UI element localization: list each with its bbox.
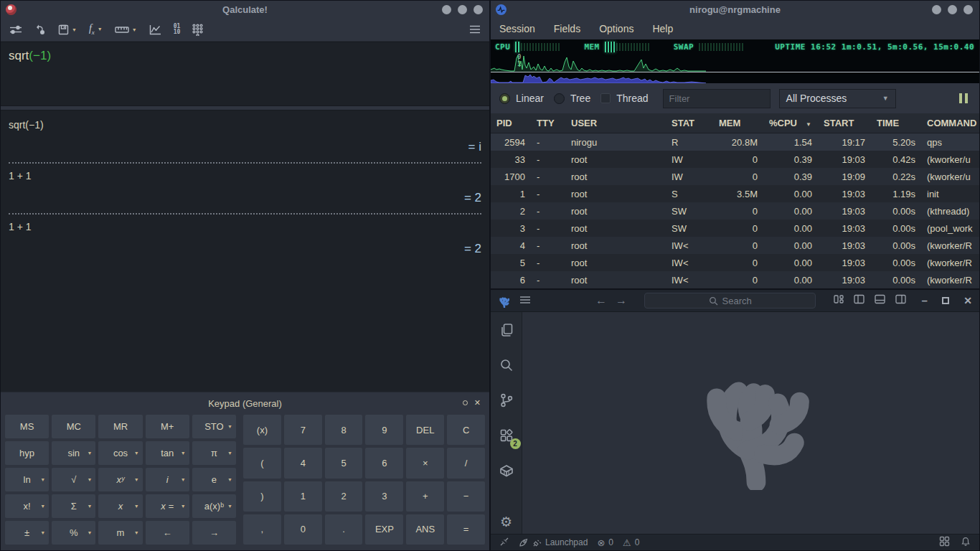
keypad-button[interactable]: (x) (243, 415, 281, 445)
panel-separator[interactable] (1, 105, 489, 110)
keypad-button[interactable]: STO▼ (192, 415, 236, 438)
keypad-button[interactable]: cos▼ (98, 441, 142, 465)
linear-radio[interactable] (499, 93, 510, 104)
keypad-button[interactable]: / (447, 448, 485, 478)
warning-count[interactable]: ⚠ 0 (623, 537, 639, 547)
filter-input[interactable] (663, 89, 771, 108)
window-control-dot[interactable] (458, 5, 467, 14)
launchpad-item[interactable]: Launchpad (519, 537, 588, 547)
keypad-button[interactable]: 4 (284, 448, 322, 478)
toggle-right-panel-icon[interactable] (895, 293, 907, 308)
keypad-button[interactable]: − (447, 481, 485, 512)
keypad-button[interactable]: MS (5, 415, 49, 438)
expression-input[interactable]: sqrt(−1) (1, 42, 489, 105)
disconnected-icon[interactable] (499, 537, 509, 549)
maximize-button[interactable] (942, 297, 950, 304)
git-branch-icon[interactable] (498, 392, 515, 409)
column-header-user[interactable]: USER (565, 118, 666, 128)
keypad-button[interactable]: → (192, 521, 236, 545)
menu-session[interactable]: Session (499, 23, 535, 34)
toggle-left-panel-icon[interactable] (853, 293, 865, 308)
keypad-button[interactable]: ← (146, 521, 189, 545)
keypad-button[interactable]: EXP (365, 514, 403, 545)
column-header-command[interactable]: COMMAND (921, 118, 979, 128)
window-control-dot[interactable] (963, 5, 973, 14)
keypad-button[interactable]: × (406, 448, 444, 478)
process-row[interactable]: 3-rootSW00.0019:030.00s(pool_work (491, 220, 979, 237)
process-row[interactable]: 4-rootIW<00.0019:030.00s(kworker/R (491, 237, 979, 254)
bell-icon[interactable] (961, 536, 971, 549)
menu-options[interactable]: Options (599, 23, 633, 34)
menu-help[interactable]: Help (652, 23, 673, 34)
keypad-button[interactable]: 9 (365, 415, 403, 445)
column-header-stat[interactable]: STAT (666, 118, 713, 128)
apps-grid-icon[interactable] (939, 536, 950, 549)
toggle-bottom-panel-icon[interactable] (874, 293, 886, 308)
files-icon[interactable] (498, 321, 515, 339)
keypad-button[interactable]: 0 (284, 514, 322, 545)
keypad-button[interactable]: m▼ (98, 521, 142, 545)
process-row[interactable]: 1-rootS3.5M0.0019:031.19sinit (491, 185, 979, 202)
keypad-button[interactable]: Σ▼ (52, 494, 95, 518)
keypad-close-icon[interactable]: ✕ (474, 399, 481, 406)
column-header-mem[interactable]: MEM (713, 118, 763, 128)
keypad-button[interactable]: M+ (146, 415, 189, 438)
forward-icon[interactable]: → (616, 295, 627, 306)
column-header-cpu[interactable]: %CPU▼ (763, 118, 818, 128)
keypad-button[interactable]: DEL (406, 415, 444, 445)
keypad-button[interactable]: MC (52, 415, 95, 438)
history-item[interactable]: sqrt(−1)= i (9, 118, 481, 160)
keypad-icon[interactable] (192, 24, 203, 36)
window-control-dot[interactable] (473, 5, 483, 14)
close-button[interactable]: ✕ (963, 295, 972, 306)
keypad-button[interactable]: C (447, 415, 485, 445)
process-row[interactable]: 2594-niroguR20.8M1.5419:175.20sqps (491, 133, 979, 151)
convert-icon[interactable] (34, 24, 46, 35)
qps-titlebar[interactable]: nirogu@nrgmachine (491, 1, 979, 18)
container-icon[interactable] (498, 462, 515, 479)
keypad-button[interactable]: = (447, 514, 485, 545)
number-bases-icon[interactable]: 0110 (174, 24, 181, 35)
app-menu-icon[interactable] (519, 294, 531, 307)
process-row[interactable]: 33-rootIW00.3919:030.42s(kworker/u (491, 151, 979, 168)
keypad-button[interactable]: a(x)ᵇ▼ (192, 494, 236, 518)
keypad-button[interactable]: sin▼ (52, 441, 95, 465)
tree-radio[interactable] (554, 93, 565, 104)
keypad-button[interactable]: ln▼ (5, 468, 49, 491)
minimize-button[interactable]: – (921, 298, 927, 303)
column-header-start[interactable]: START (818, 118, 871, 128)
thread-checkbox[interactable] (600, 93, 611, 103)
keypad-button[interactable]: x =▼ (146, 494, 189, 518)
keypad-button[interactable]: , (243, 514, 281, 545)
keypad-button[interactable]: √▼ (52, 468, 95, 491)
keypad-button[interactable]: i▼ (146, 468, 189, 491)
keypad-button[interactable]: . (325, 514, 363, 545)
menu-fields[interactable]: Fields (554, 23, 580, 34)
keypad-button[interactable]: + (406, 481, 444, 512)
keypad-button[interactable]: hyp (5, 441, 49, 465)
keypad-button[interactable]: x▼ (98, 494, 142, 518)
keypad-button[interactable]: tan▼ (146, 441, 189, 465)
keypad-button[interactable]: 6 (365, 448, 403, 478)
process-row[interactable]: 5-rootIW<00.0019:030.00s(kworker/R (491, 254, 979, 271)
window-control-dot[interactable] (442, 5, 451, 14)
process-filter-select[interactable]: All Processes ▼ (779, 89, 896, 108)
store-icon[interactable]: ▼ (58, 24, 77, 35)
error-count[interactable]: ⊗ 0 (597, 537, 613, 547)
column-header-tty[interactable]: TTY (531, 118, 565, 128)
mode-icon[interactable] (9, 24, 22, 35)
keypad-button[interactable]: 1 (284, 481, 322, 512)
keypad-button[interactable]: 5 (325, 448, 363, 478)
qalculate-titlebar[interactable]: Qalculate! (1, 1, 489, 18)
window-control-dot[interactable] (932, 5, 941, 14)
keypad-button[interactable]: ANS (406, 514, 444, 545)
column-header-time[interactable]: TIME (871, 118, 921, 128)
settings-gear-icon[interactable]: ⚙ (500, 515, 512, 529)
functions-icon[interactable]: fx ▼ (89, 23, 103, 36)
keypad-button[interactable]: 3 (365, 481, 403, 512)
menu-icon[interactable] (469, 25, 481, 34)
keypad-button[interactable]: 7 (284, 415, 322, 445)
history-item[interactable]: 1 + 1= 2 (9, 169, 481, 211)
plot-icon[interactable] (149, 24, 161, 35)
keypad-button[interactable]: %▼ (52, 521, 95, 545)
